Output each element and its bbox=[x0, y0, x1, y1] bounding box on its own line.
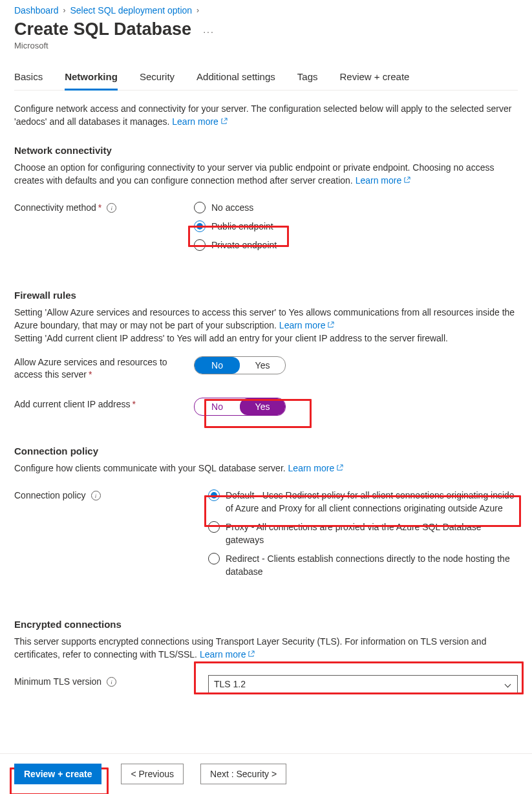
breadcrumb: Dashboard › Select SQL deployment option… bbox=[14, 5, 518, 16]
review-create-button[interactable]: Review + create bbox=[14, 764, 101, 784]
chevron-right-icon: › bbox=[63, 6, 66, 15]
connectivity-option-private-endpoint[interactable]: Private endpoint bbox=[194, 239, 277, 252]
connection-policy-group: Default - Uses Redirect policy for all c… bbox=[208, 489, 516, 584]
radio-icon bbox=[194, 239, 206, 251]
external-link-icon bbox=[403, 177, 410, 184]
encrypted-connections-heading: Encrypted connections bbox=[14, 619, 518, 630]
firewall-rules-desc: Setting 'Allow Azure services and resour… bbox=[14, 306, 518, 345]
firewall-learn-more-link[interactable]: Learn more bbox=[279, 320, 335, 330]
tab-security[interactable]: Security bbox=[140, 71, 175, 90]
tls-learn-more-link[interactable]: Learn more bbox=[200, 649, 255, 660]
external-link-icon bbox=[336, 464, 343, 471]
breadcrumb-select-sql-deployment[interactable]: Select SQL deployment option bbox=[70, 5, 193, 16]
info-icon[interactable]: i bbox=[107, 677, 116, 687]
toggle-no[interactable]: No bbox=[195, 357, 240, 374]
connection-policy-heading: Connection policy bbox=[14, 445, 518, 456]
connectivity-method-group: No access Public endpoint Private endpoi… bbox=[194, 201, 277, 257]
previous-button[interactable]: < Previous bbox=[121, 764, 184, 784]
tabs: Basics Networking Security Additional se… bbox=[14, 71, 518, 91]
external-link-icon bbox=[220, 118, 228, 125]
connectivity-method-label: Connectivity method*i bbox=[14, 201, 194, 257]
tab-tags[interactable]: Tags bbox=[297, 71, 318, 90]
min-tls-version-label: Minimum TLS versioni bbox=[14, 675, 208, 693]
add-client-ip-label: Add current client IP address* bbox=[14, 398, 194, 416]
allow-azure-services-label: Allow Azure services and resources to ac… bbox=[14, 356, 194, 381]
radio-icon bbox=[208, 521, 220, 533]
next-security-button[interactable]: Next : Security > bbox=[200, 764, 286, 784]
info-icon[interactable]: i bbox=[107, 203, 116, 213]
page-title: Create SQL Database bbox=[14, 19, 191, 39]
more-actions-button[interactable]: ... bbox=[203, 25, 215, 35]
connectivity-learn-more-link[interactable]: Learn more bbox=[356, 175, 411, 186]
breadcrumb-dashboard[interactable]: Dashboard bbox=[14, 5, 59, 16]
add-client-ip-toggle[interactable]: No Yes bbox=[194, 398, 286, 416]
tab-networking[interactable]: Networking bbox=[65, 71, 118, 91]
radio-icon bbox=[194, 220, 206, 232]
tab-review-create[interactable]: Review + create bbox=[340, 71, 410, 90]
connection-policy-desc: Configure how clients communicate with y… bbox=[14, 462, 518, 475]
network-connectivity-desc: Choose an option for configuring connect… bbox=[14, 161, 518, 187]
chevron-right-icon: › bbox=[197, 6, 199, 15]
select-value: TLS 1.2 bbox=[214, 679, 246, 689]
connection-policy-option-redirect[interactable]: Redirect - Clients establish connections… bbox=[208, 552, 516, 578]
firewall-rules-heading: Firewall rules bbox=[14, 290, 518, 301]
connection-policy-option-proxy[interactable]: Proxy - All connections are proxied via … bbox=[208, 520, 516, 546]
allow-azure-services-toggle[interactable]: No Yes bbox=[194, 356, 286, 374]
radio-icon bbox=[208, 489, 220, 501]
connection-policy-label: Connection policyi bbox=[14, 489, 208, 584]
tab-basics[interactable]: Basics bbox=[14, 71, 43, 90]
connection-policy-option-default[interactable]: Default - Uses Redirect policy for all c… bbox=[208, 489, 516, 515]
network-connectivity-heading: Network connectivity bbox=[14, 145, 518, 156]
radio-icon bbox=[194, 202, 206, 213]
toggle-no[interactable]: No bbox=[195, 398, 240, 415]
toggle-yes[interactable]: Yes bbox=[240, 398, 285, 415]
chevron-down-icon bbox=[505, 681, 511, 687]
connectivity-option-public-endpoint[interactable]: Public endpoint bbox=[194, 220, 277, 233]
connectivity-option-no-access[interactable]: No access bbox=[194, 201, 277, 214]
info-icon[interactable]: i bbox=[91, 491, 101, 500]
tab-additional-settings[interactable]: Additional settings bbox=[197, 71, 275, 90]
encrypted-connections-desc: This server supports encrypted connectio… bbox=[14, 635, 518, 661]
connection-policy-learn-more-link[interactable]: Learn more bbox=[288, 463, 344, 473]
external-link-icon bbox=[248, 650, 255, 658]
min-tls-version-select[interactable]: TLS 1.2 bbox=[208, 675, 518, 693]
footer: Review + create < Previous Next : Securi… bbox=[0, 753, 532, 794]
intro-text: Configure network access and connectivit… bbox=[14, 102, 518, 128]
page-subtitle: Microsoft bbox=[14, 41, 518, 50]
toggle-yes[interactable]: Yes bbox=[240, 357, 285, 374]
radio-icon bbox=[208, 553, 220, 564]
external-link-icon bbox=[327, 321, 334, 328]
intro-learn-more-link[interactable]: Learn more bbox=[172, 116, 228, 127]
